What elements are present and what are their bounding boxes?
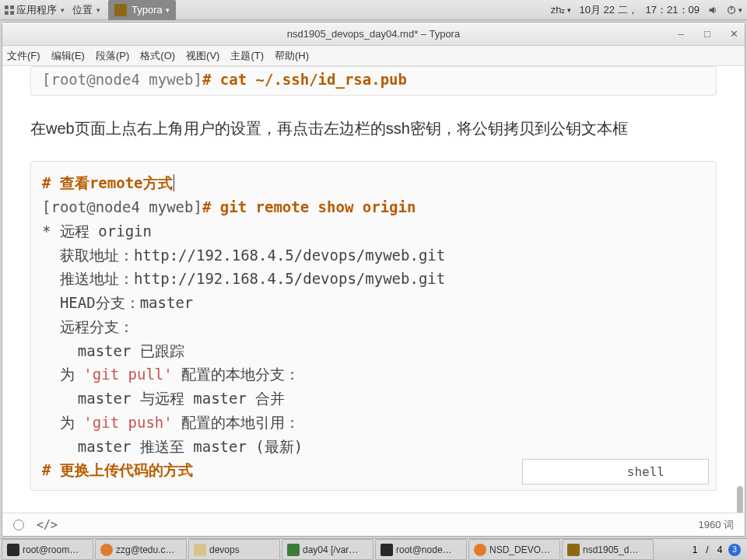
taskbar-item-files[interactable]: devops bbox=[188, 539, 280, 560]
menu-theme[interactable]: 主题(T) bbox=[230, 49, 264, 63]
code-line: HEAD分支：master bbox=[42, 291, 705, 315]
pycharm-icon bbox=[287, 544, 300, 556]
chevron-down-icon: ▾ bbox=[567, 6, 571, 14]
code-block[interactable]: [root@node4 myweb]# cat ~/.ssh/id_rsa.pu… bbox=[30, 66, 717, 96]
desktop-taskbar: root@room… zzg@tedu.c… devops day04 [/va… bbox=[0, 538, 747, 560]
sidebar-toggle-icon[interactable] bbox=[13, 520, 24, 530]
scrollbar-thumb[interactable] bbox=[737, 486, 743, 513]
code-line: master 已跟踪 bbox=[42, 339, 705, 363]
active-app-label: Typora bbox=[132, 4, 163, 16]
shell-command: # cat ~/.ssh/id_rsa.pub bbox=[202, 71, 407, 88]
code-line: 为 'git pull' 配置的本地分支： bbox=[42, 362, 705, 387]
menu-format[interactable]: 格式(O) bbox=[140, 49, 175, 63]
window-title: nsd1905_devops_day04.md* – Typora bbox=[287, 28, 460, 40]
places-label: 位置 bbox=[72, 3, 93, 17]
date-indicator[interactable]: 10月 22 二， bbox=[579, 3, 637, 17]
chevron-down-icon: ▾ bbox=[738, 6, 742, 14]
shell-command: # git remote show origin bbox=[202, 198, 416, 215]
places-menu[interactable]: 位置 bbox=[72, 3, 100, 17]
minimize-button[interactable]: – bbox=[675, 28, 687, 40]
chevron-down-icon: ▾ bbox=[166, 6, 170, 14]
code-comment: # 查看remote方式 bbox=[42, 174, 173, 191]
terminal-icon bbox=[381, 544, 393, 556]
svg-rect-2 bbox=[5, 11, 9, 15]
menu-help[interactable]: 帮助(H) bbox=[275, 49, 309, 63]
code-line: 推送地址：http://192.168.4.5/devops/myweb.git bbox=[42, 267, 705, 291]
folder-icon bbox=[194, 544, 206, 556]
apps-icon bbox=[5, 5, 14, 15]
menu-edit[interactable]: 编辑(E) bbox=[51, 49, 85, 63]
typora-icon bbox=[567, 544, 580, 556]
source-mode-toggle-icon[interactable]: </> bbox=[37, 518, 58, 532]
volume-icon[interactable] bbox=[707, 5, 718, 16]
input-method-indicator[interactable]: zh₂▾ bbox=[551, 4, 572, 16]
word-count[interactable]: 1960 词 bbox=[698, 518, 734, 532]
shell-prompt: [root@node4 myweb] bbox=[42, 71, 202, 88]
taskbar-item-terminal[interactable]: root@node… bbox=[375, 539, 467, 560]
svg-rect-3 bbox=[10, 11, 14, 15]
typora-icon bbox=[114, 4, 127, 16]
terminal-icon bbox=[7, 544, 19, 556]
time-indicator[interactable]: 17：21：09 bbox=[646, 3, 700, 17]
applications-menu[interactable]: 应用程序 bbox=[5, 3, 65, 17]
power-icon[interactable]: ▾ bbox=[726, 5, 742, 16]
window-titlebar[interactable]: nsd1905_devops_day04.md* – Typora – □ ✕ bbox=[2, 23, 745, 46]
code-line: 远程分支： bbox=[42, 315, 705, 339]
menu-view[interactable]: 视图(V) bbox=[186, 49, 219, 63]
firefox-icon bbox=[100, 544, 113, 556]
code-language-input[interactable]: shell bbox=[522, 459, 709, 485]
menu-file[interactable]: 文件(F) bbox=[7, 49, 40, 63]
code-line: 获取地址：http://192.168.4.5/devops/myweb.git bbox=[42, 243, 705, 268]
taskbar-item-firefox[interactable]: zzg@tedu.c… bbox=[95, 539, 187, 560]
shell-prompt: [root@node4 myweb] bbox=[42, 198, 202, 215]
taskbar-item-typora[interactable]: nsd1905_d… bbox=[562, 539, 654, 560]
code-block[interactable]: # 查看remote方式 [root@node4 myweb]# git rem… bbox=[30, 161, 717, 491]
statusbar: </> 1960 词 bbox=[2, 513, 745, 536]
code-line: 为 'git push' 配置的本地引用： bbox=[42, 411, 705, 435]
svg-rect-0 bbox=[5, 5, 9, 9]
notification-badge[interactable]: 3 bbox=[728, 544, 741, 556]
typora-window: nsd1905_devops_day04.md* – Typora – □ ✕ … bbox=[2, 22, 745, 537]
firefox-icon bbox=[474, 544, 486, 556]
code-comment: # 更换上传代码的方式 bbox=[42, 461, 193, 478]
taskbar-item-terminal[interactable]: root@room… bbox=[2, 539, 93, 560]
maximize-button[interactable]: □ bbox=[701, 28, 714, 40]
app-menubar: 文件(F) 编辑(E) 段落(P) 格式(O) 视图(V) 主题(T) 帮助(H… bbox=[2, 46, 745, 66]
code-line: * 远程 origin bbox=[42, 219, 705, 243]
code-line: master 推送至 master (最新) bbox=[42, 435, 705, 459]
taskbar-item-firefox[interactable]: NSD_DEVO… bbox=[468, 539, 560, 560]
close-button[interactable]: ✕ bbox=[728, 28, 740, 40]
active-app-indicator[interactable]: Typora ▾ bbox=[108, 0, 176, 20]
workspace-switcher[interactable]: 1 / 4 3 bbox=[686, 539, 745, 560]
desktop-top-bar: 应用程序 位置 Typora ▾ zh₂▾ 10月 22 二， 17：21：09… bbox=[0, 0, 747, 20]
taskbar-item-pycharm[interactable]: day04 [/var… bbox=[282, 539, 374, 560]
applications-label: 应用程序 bbox=[16, 3, 57, 17]
paragraph-text[interactable]: 在web页面上点右上角用户的设置，再点击左边栏的ssh密钥，将公钥拷贝到公钥文本… bbox=[30, 116, 717, 141]
editor-area[interactable]: [root@node4 myweb]# cat ~/.ssh/id_rsa.pu… bbox=[2, 66, 745, 513]
svg-rect-1 bbox=[10, 5, 14, 9]
code-line: master 与远程 master 合并 bbox=[42, 387, 705, 411]
menu-paragraph[interactable]: 段落(P) bbox=[96, 49, 129, 63]
